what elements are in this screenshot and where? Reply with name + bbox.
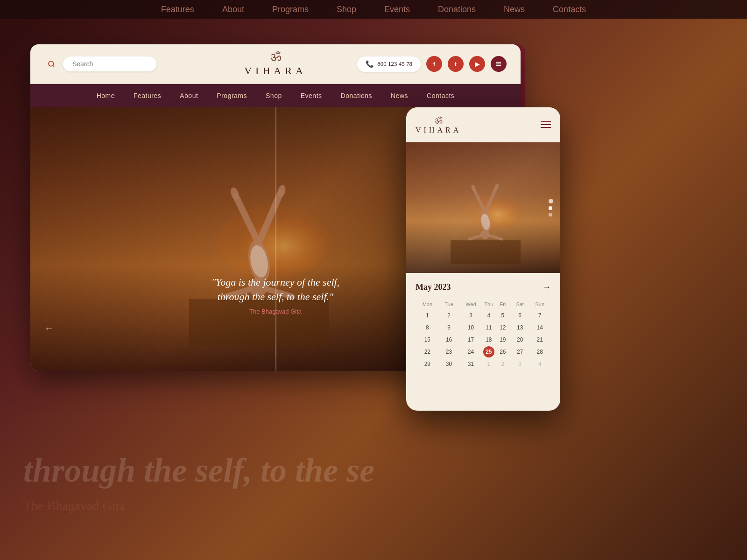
cal-day[interactable]: 15 [416,334,438,345]
calendar-month-label: May 2023 [416,282,451,292]
cal-day[interactable]: 4 [483,310,494,321]
svg-point-19 [480,230,490,239]
cal-day[interactable]: 2 [439,310,458,321]
calendar-next-arrow[interactable]: → [543,282,551,292]
nav-item-donations[interactable]: Donations [341,92,373,99]
phone-button[interactable]: 📞 800 123 45 78 [357,56,421,72]
hero-prev-arrow[interactable]: ← [44,323,54,334]
cal-day[interactable]: 3 [459,310,482,321]
yoga-figure-mobile [434,147,537,264]
cal-day[interactable]: 12 [495,322,510,333]
mobile-hero [406,142,560,273]
background-nav: Features About Programs Shop Events Dona… [0,0,747,19]
bg-nav-item: Shop [337,5,356,14]
cal-header-sat: Sat [511,300,529,309]
cal-day[interactable]: 19 [495,334,510,345]
bg-nav-item: Programs [272,5,309,14]
cal-day[interactable]: 16 [439,334,458,345]
mobile-logo: ॐ VIHARA [416,115,461,134]
mobile-logo-om: ॐ [416,115,461,126]
cal-day[interactable]: 1 [416,310,438,321]
hamburger-line [541,121,551,122]
cal-day-muted: 2 [495,358,510,370]
mobile-header: ॐ VIHARA [406,107,560,142]
nav-item-home[interactable]: Home [97,92,115,99]
menu-toggle-button[interactable] [491,56,507,72]
nav-item-contacts[interactable]: Contacts [427,92,454,99]
svg-point-0 [49,61,54,66]
quote-author: The Bhagavad Gita [159,308,392,315]
slider-dot-active[interactable] [549,206,552,210]
hero-quote: "Yoga is the journey of the self,through… [159,275,392,315]
cal-day[interactable]: 14 [530,322,550,333]
cal-day[interactable]: 9 [439,322,458,333]
cal-day[interactable]: 8 [416,322,438,333]
svg-line-21 [490,236,502,239]
slider-dot[interactable] [549,213,552,217]
cal-day-muted: 4 [530,358,550,370]
cal-day[interactable]: 10 [459,322,482,333]
hamburger-line [541,124,551,125]
cal-day[interactable]: 17 [459,334,482,345]
calendar-row: 15 16 17 18 19 20 21 [416,334,550,345]
hero-divider [275,107,276,371]
facebook-button[interactable]: f [426,56,442,72]
hero-bottom-indicator [275,334,276,357]
cal-day[interactable]: 30 [439,358,458,370]
cal-header-tue: Tue [439,300,458,309]
nav-item-shop[interactable]: Shop [266,92,282,99]
cal-day[interactable]: 20 [511,334,529,345]
twitter-button[interactable]: t [448,56,464,72]
svg-line-1 [53,65,54,67]
calendar-section: May 2023 → Mon Tue Wed Thu Fri Sat Sun 1… [406,273,560,378]
header-right: 📞 800 123 45 78 f t ▶ [357,56,507,72]
youtube-button[interactable]: ▶ [469,56,485,72]
cal-day[interactable]: 11 [483,322,494,333]
cal-day[interactable]: 28 [530,346,550,357]
mobile-mockup: ॐ VIHARA [406,107,560,411]
search-icon[interactable] [44,57,58,71]
calendar-header: May 2023 → [416,282,551,292]
logo-text: VIHARA [244,65,307,77]
svg-rect-17 [451,240,521,264]
nav-item-events[interactable]: Events [301,92,322,99]
cal-day[interactable]: 31 [459,358,482,370]
nav-item-programs[interactable]: Programs [217,92,247,99]
cal-day-muted: 3 [511,358,529,370]
desktop-header: ॐ VIHARA 📞 800 123 45 78 f t ▶ [30,44,521,84]
cal-day[interactable]: 5 [495,310,510,321]
bg-nav-item: Features [161,5,194,14]
cal-day[interactable]: 29 [416,358,438,370]
calendar-row: 29 30 31 1 2 3 4 [416,358,550,370]
mobile-menu-icon[interactable] [541,121,551,128]
bg-nav-item: News [504,5,525,14]
phone-number: 800 123 45 78 [377,60,412,68]
nav-item-features[interactable]: Features [134,92,161,99]
cal-day[interactable]: 24 [459,346,482,357]
svg-line-20 [469,236,481,239]
search-input[interactable] [63,56,156,71]
cal-day-today[interactable]: 25 [483,346,494,357]
cal-day[interactable]: 23 [439,346,458,357]
logo-om-symbol: ॐ [244,49,307,65]
bg-nav-item: Contacts [553,5,586,14]
cal-day[interactable]: 26 [495,346,510,357]
mobile-logo-text: VIHARA [416,126,461,134]
bg-nav-item: About [222,5,244,14]
bg-nav-item: Donations [438,5,476,14]
hamburger-line [541,127,551,128]
cal-day[interactable]: 7 [530,310,550,321]
search-bar [44,56,156,71]
cal-day[interactable]: 21 [530,334,550,345]
nav-item-news[interactable]: News [391,92,408,99]
cal-day[interactable]: 13 [511,322,529,333]
slider-dot[interactable] [549,199,553,203]
quote-text: "Yoga is the journey of the self,through… [159,275,392,304]
cal-day[interactable]: 22 [416,346,438,357]
cal-day[interactable]: 6 [511,310,529,321]
cal-day[interactable]: 27 [511,346,529,357]
calendar-row: 22 23 24 25 26 27 28 [416,346,550,357]
nav-item-about[interactable]: About [180,92,198,99]
phone-icon: 📞 [366,60,374,68]
cal-day[interactable]: 18 [483,334,494,345]
